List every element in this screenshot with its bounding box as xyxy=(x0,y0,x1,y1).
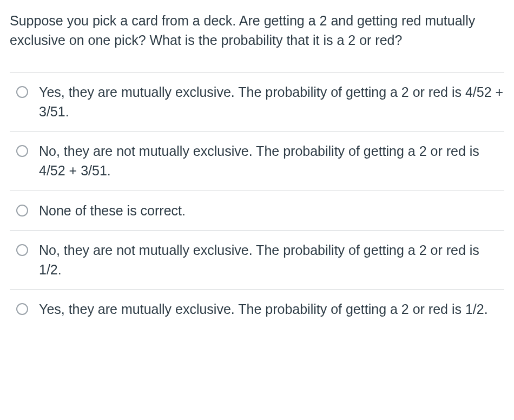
option-label[interactable]: None of these is correct. xyxy=(39,201,504,220)
option-row[interactable]: None of these is correct. xyxy=(10,191,504,231)
radio-button[interactable] xyxy=(16,244,28,256)
option-row[interactable]: Yes, they are mutually exclusive. The pr… xyxy=(10,290,504,329)
options-list: Yes, they are mutually exclusive. The pr… xyxy=(10,72,504,329)
radio-button[interactable] xyxy=(16,86,28,98)
option-label[interactable]: No, they are not mutually exclusive. The… xyxy=(39,141,504,181)
radio-button[interactable] xyxy=(16,145,28,157)
option-row[interactable]: Yes, they are mutually exclusive. The pr… xyxy=(10,73,504,132)
option-label[interactable]: Yes, they are mutually exclusive. The pr… xyxy=(39,82,504,122)
option-row[interactable]: No, they are not mutually exclusive. The… xyxy=(10,132,504,191)
question-text: Suppose you pick a card from a deck. Are… xyxy=(10,11,504,50)
option-row[interactable]: No, they are not mutually exclusive. The… xyxy=(10,231,504,290)
radio-button[interactable] xyxy=(16,205,28,216)
option-label[interactable]: No, they are not mutually exclusive. The… xyxy=(39,240,504,280)
option-label[interactable]: Yes, they are mutually exclusive. The pr… xyxy=(39,299,504,319)
radio-button[interactable] xyxy=(16,303,28,315)
